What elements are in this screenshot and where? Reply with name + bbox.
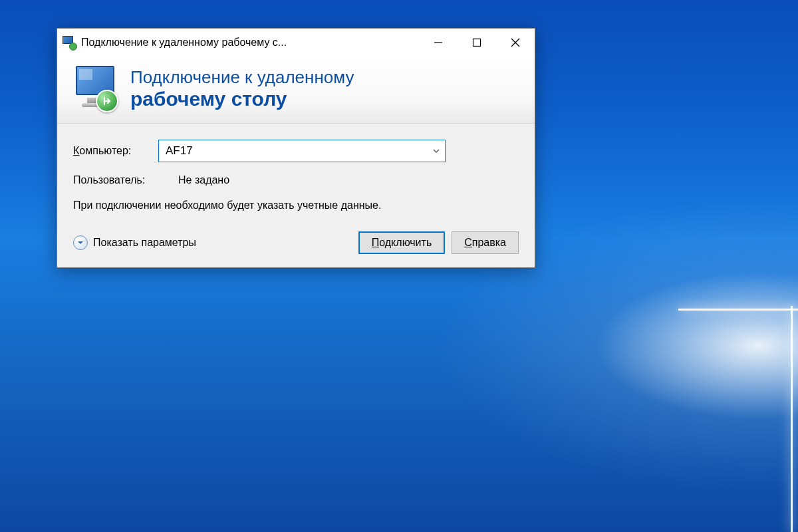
window-controls [419, 29, 535, 57]
chevron-down-circle-icon [73, 235, 88, 250]
connect-button[interactable]: Подключить [358, 231, 445, 254]
info-text: При подключении необходимо будет указать… [73, 198, 519, 213]
rdp-dialog-window: Подключение к удаленному рабочему с... П… [57, 28, 535, 268]
minimize-button[interactable] [419, 29, 458, 57]
computer-combobox[interactable] [158, 140, 446, 162]
app-icon [63, 36, 76, 49]
banner-title: Подключение к удаленному рабочему столу [130, 67, 354, 110]
computer-row: Компьютер: [73, 140, 519, 162]
chevron-down-icon[interactable] [428, 140, 445, 162]
close-button[interactable] [496, 29, 535, 57]
show-options-link[interactable]: Показать параметры [73, 235, 196, 250]
titlebar[interactable]: Подключение к удаленному рабочему с... [57, 29, 535, 57]
maximize-button[interactable] [458, 29, 496, 57]
user-value: Не задано [178, 174, 229, 186]
banner: Подключение к удаленному рабочему столу [57, 57, 535, 124]
rdp-icon [72, 65, 120, 112]
window-title: Подключение к удаленному рабочему с... [81, 37, 419, 49]
computer-input[interactable] [159, 140, 428, 162]
banner-line1: Подключение к удаленному [130, 67, 354, 88]
footer: Показать параметры Подключить Справка [73, 231, 519, 254]
svg-rect-1 [473, 39, 481, 47]
user-row: Пользователь: Не задано [73, 174, 519, 186]
help-button[interactable]: Справка [452, 231, 519, 254]
show-options-label: Показать параметры [93, 237, 196, 249]
computer-label: Компьютер: [73, 145, 158, 157]
dialog-body: Компьютер: Пользователь: Не задано При п… [57, 124, 535, 267]
user-label: Пользователь: [73, 174, 158, 186]
banner-line2: рабочему столу [130, 88, 354, 110]
